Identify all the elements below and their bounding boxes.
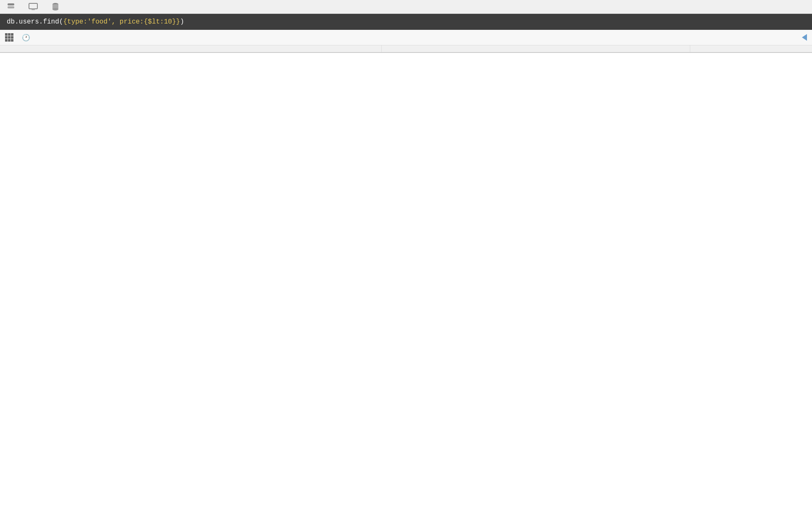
cylinder-icon xyxy=(51,3,60,11)
nav-item-localhost27017[interactable] xyxy=(29,3,41,11)
svg-rect-1 xyxy=(8,6,14,8)
query-suffix: ) xyxy=(180,18,184,26)
nav-item-datadb[interactable] xyxy=(51,3,63,11)
nav-item-localhost[interactable] xyxy=(7,3,18,11)
table-header-bar: 🕐 xyxy=(0,30,812,45)
col-value xyxy=(382,45,690,53)
nav-back-arrow[interactable] xyxy=(802,34,807,41)
db-icon xyxy=(7,3,15,11)
query-prefix: db.users.find( xyxy=(7,18,63,26)
grid-icon xyxy=(5,33,13,42)
svg-rect-3 xyxy=(31,9,35,10)
query-body: {type:'food', price:{$lt:10}} xyxy=(63,18,180,26)
col-type xyxy=(690,45,812,53)
svg-point-6 xyxy=(52,8,58,11)
svg-rect-2 xyxy=(29,3,37,9)
monitor-icon xyxy=(29,3,38,11)
clock-icon: 🕐 xyxy=(22,34,30,42)
query-bar[interactable]: db.users.find({type:'food', price:{$lt:1… xyxy=(0,14,812,30)
data-table xyxy=(0,45,812,53)
top-nav xyxy=(0,0,812,14)
col-key xyxy=(0,45,382,53)
table-head xyxy=(0,45,812,53)
svg-rect-0 xyxy=(8,3,14,5)
table-header-row xyxy=(0,45,812,53)
